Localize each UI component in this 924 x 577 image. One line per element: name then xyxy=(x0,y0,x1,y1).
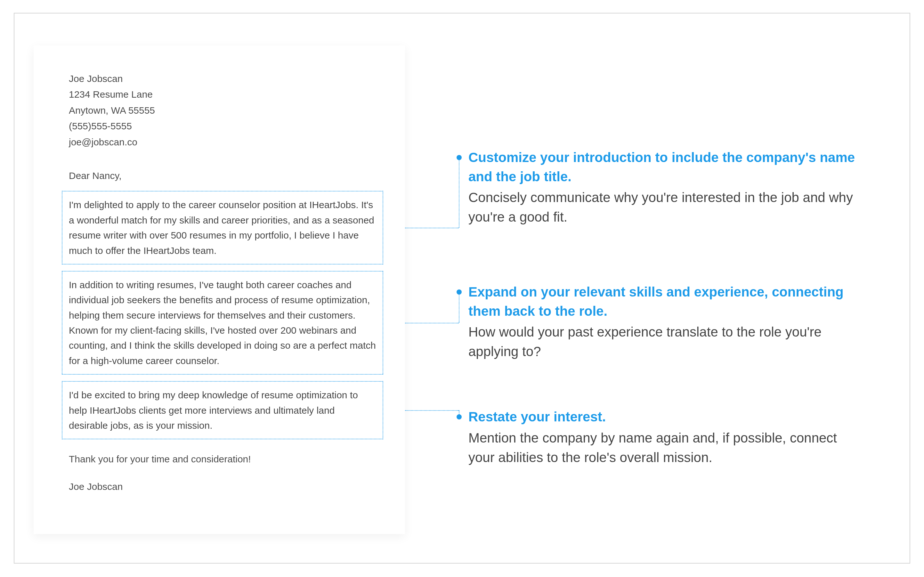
connector-line-1 xyxy=(405,158,459,228)
connector-line-2 xyxy=(405,292,459,323)
annotation-intro: Customize your introduction to include t… xyxy=(468,148,862,227)
cover-letter-card: Joe Jobscan 1234 Resume Lane Anytown, WA… xyxy=(34,45,405,534)
sender-email: joe@jobscan.co xyxy=(69,134,376,150)
connector-column xyxy=(405,45,459,534)
bullet-icon xyxy=(457,290,462,295)
thanks-line: Thank you for your time and consideratio… xyxy=(69,451,376,467)
salutation: Dear Nancy, xyxy=(69,168,376,183)
sender-name: Joe Jobscan xyxy=(69,71,376,86)
interest-paragraph-box: I'd be excited to bring my deep knowledg… xyxy=(62,381,383,439)
skills-paragraph-text: In addition to writing resumes, I've tau… xyxy=(69,280,376,366)
document-frame: Joe Jobscan 1234 Resume Lane Anytown, WA… xyxy=(14,13,910,564)
annotation-interest: Restate your interest. Mention the compa… xyxy=(468,407,862,467)
interest-paragraph-text: I'd be excited to bring my deep knowledg… xyxy=(69,390,358,431)
signoff-name: Joe Jobscan xyxy=(69,479,376,494)
annotation-body: How would your past experience translate… xyxy=(468,322,862,361)
sender-phone: (555)555-5555 xyxy=(69,118,376,134)
address-block: Joe Jobscan 1234 Resume Lane Anytown, WA… xyxy=(69,71,376,150)
annotation-title: Restate your interest. xyxy=(468,407,862,427)
bullet-icon xyxy=(457,414,462,419)
connector-line-3 xyxy=(405,410,459,417)
intro-paragraph-box: I'm delighted to apply to the career cou… xyxy=(62,191,383,264)
intro-paragraph-text: I'm delighted to apply to the career cou… xyxy=(69,200,374,256)
annotation-body: Concisely communicate why you're interes… xyxy=(468,188,862,227)
bullet-icon xyxy=(457,155,462,160)
annotation-skills: Expand on your relevant skills and exper… xyxy=(468,282,862,361)
sender-street: 1234 Resume Lane xyxy=(69,87,376,102)
annotation-title: Customize your introduction to include t… xyxy=(468,148,862,186)
annotation-title: Expand on your relevant skills and exper… xyxy=(468,282,862,321)
annotation-body: Mention the company by name again and, i… xyxy=(468,429,862,467)
annotations-column: Customize your introduction to include t… xyxy=(459,45,890,534)
sender-citystate: Anytown, WA 55555 xyxy=(69,103,376,118)
skills-paragraph-box: In addition to writing resumes, I've tau… xyxy=(62,271,383,375)
content-row: Joe Jobscan 1234 Resume Lane Anytown, WA… xyxy=(34,45,890,534)
